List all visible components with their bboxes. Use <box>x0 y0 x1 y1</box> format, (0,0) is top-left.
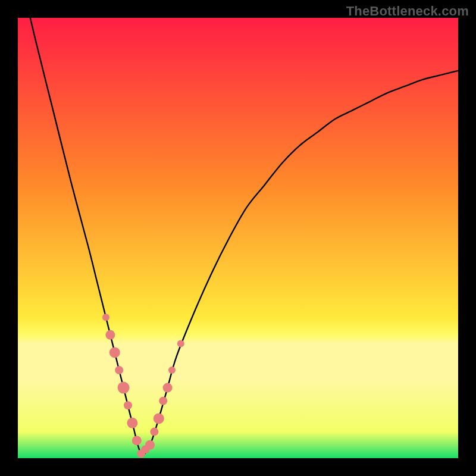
marker-dot <box>118 382 130 394</box>
marker-dot <box>115 366 123 374</box>
marker-dot <box>132 436 142 445</box>
highlight-markers <box>102 314 184 458</box>
marker-dot <box>109 347 120 358</box>
marker-dot <box>127 418 137 428</box>
chart-frame: TheBottleneck.com <box>0 0 476 476</box>
marker-dot <box>145 440 155 450</box>
curve-layer <box>18 18 458 458</box>
marker-dot <box>177 340 184 347</box>
marker-dot <box>102 314 109 321</box>
watermark-text: TheBottleneck.com <box>346 4 469 19</box>
marker-dot <box>159 397 167 405</box>
marker-dot <box>124 401 132 409</box>
marker-dot <box>168 367 176 374</box>
bottleneck-curve <box>18 18 458 455</box>
marker-dot <box>154 413 164 424</box>
marker-dot <box>105 330 115 340</box>
marker-dot <box>150 428 158 436</box>
plot-area <box>18 18 458 458</box>
marker-dot <box>163 383 173 393</box>
